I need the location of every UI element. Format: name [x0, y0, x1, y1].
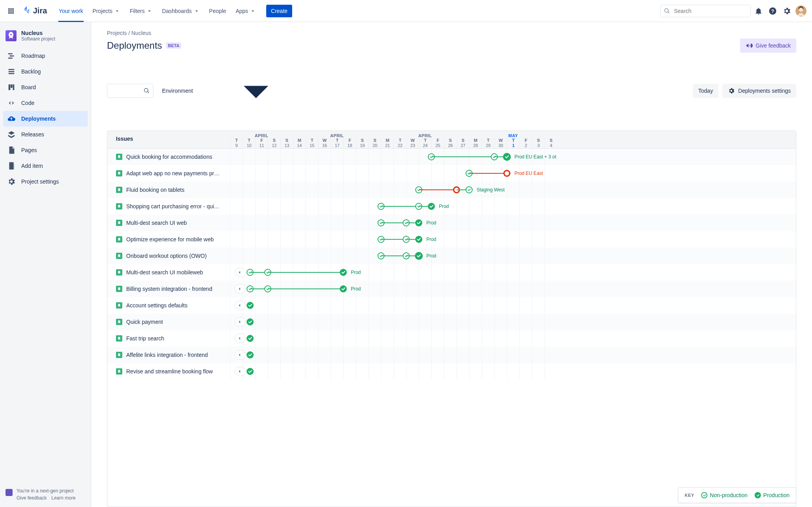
sidebar-item-add-item[interactable]: Add item	[3, 158, 88, 174]
deployment-lane[interactable]	[230, 330, 796, 347]
day-cell: W23	[406, 138, 419, 148]
earlier-deployments-chip[interactable]	[235, 350, 246, 360]
deploy-icon	[7, 114, 16, 123]
today-button[interactable]: Today	[693, 84, 718, 98]
breadcrumb-project[interactable]: Nucleus	[131, 30, 151, 36]
issue-row: Quick payment	[107, 314, 796, 330]
deployment-node[interactable]	[503, 170, 510, 177]
story-icon	[116, 302, 122, 309]
day-cell: W30	[494, 138, 507, 148]
deployment-lane[interactable]	[230, 347, 796, 363]
deployment-node[interactable]	[340, 285, 347, 292]
nav-your-work[interactable]: Your work	[55, 0, 87, 22]
deployment-node[interactable]	[247, 368, 254, 375]
earlier-deployments-chip[interactable]	[235, 334, 246, 343]
earlier-deployments-chip[interactable]	[235, 284, 246, 294]
sidebar-item-code[interactable]: Code	[3, 95, 88, 111]
deployment-lane[interactable]	[230, 314, 796, 330]
issue-cell[interactable]: Revise and streamline booking flow	[107, 363, 230, 380]
issue-cell[interactable]: Onboard workout options (OWO)	[107, 248, 230, 264]
deployment-node[interactable]	[247, 302, 254, 309]
sidebar-item-backlog[interactable]: Backlog	[3, 64, 88, 79]
legend: KEY Non-production Production	[678, 487, 796, 503]
nav-projects[interactable]: Projects	[88, 0, 124, 22]
global-search[interactable]	[660, 5, 751, 17]
environment-dropdown[interactable]: Environment	[159, 59, 318, 123]
sidebar-item-label: Code	[21, 100, 34, 106]
issue-cell[interactable]: Optimize experience for mobile web	[107, 231, 230, 248]
deployment-node[interactable]	[247, 318, 254, 325]
nav-filters[interactable]: Filters	[126, 0, 157, 22]
create-button[interactable]: Create	[266, 5, 292, 17]
earlier-deployments-chip[interactable]	[235, 317, 246, 327]
deployment-lane[interactable]: Prod	[230, 264, 796, 281]
deployment-lane[interactable]: Prod	[230, 198, 796, 215]
issue-cell[interactable]: Quick payment	[107, 314, 230, 330]
deployment-node[interactable]	[340, 269, 347, 276]
issue-title: Optimize experience for mobile web	[126, 236, 214, 242]
svg-rect-5	[506, 172, 507, 174]
deployment-node[interactable]	[466, 186, 473, 193]
help-icon[interactable]	[766, 5, 779, 17]
global-search-input[interactable]	[673, 7, 747, 15]
project-name: Nucleus	[21, 30, 55, 36]
project-header[interactable]: Nucleus Software project	[0, 22, 91, 46]
sidebar-item-deployments[interactable]: Deployments	[3, 111, 88, 127]
breadcrumb-root[interactable]: Projects	[107, 30, 127, 36]
deployment-lane[interactable]	[230, 297, 796, 314]
sidebar-item-pages[interactable]: Pages	[3, 142, 88, 158]
avatar[interactable]	[795, 5, 807, 17]
nav-dashboards[interactable]: Dashboards	[158, 0, 204, 22]
notifications-icon[interactable]	[752, 5, 765, 17]
day-cell: S3	[532, 138, 545, 148]
issue-cell[interactable]: Fluid booking on tablets	[107, 182, 230, 198]
sidebar-item-roadmap[interactable]: Roadmap	[3, 48, 88, 64]
issue-cell[interactable]: Adapt web app no new payments provider	[107, 165, 230, 182]
deployment-lane[interactable]: Staging West	[230, 182, 796, 198]
deployments-search-input[interactable]	[110, 87, 144, 94]
day-cell: T10	[243, 138, 255, 148]
issue-cell[interactable]: Multi-dest search UI mobileweb	[107, 264, 230, 281]
brand[interactable]: Jira	[19, 6, 50, 16]
deployment-lane[interactable]: Prod EU East + 3 ot	[230, 149, 796, 165]
sidebar-item-releases[interactable]: Releases	[3, 127, 88, 142]
deployment-node[interactable]	[247, 351, 254, 358]
deployments-search[interactable]	[107, 84, 153, 98]
deployment-node[interactable]	[247, 335, 254, 342]
issue-cell[interactable]: Fast trip search	[107, 330, 230, 347]
day-cell: S13	[280, 138, 293, 148]
deployment-lane[interactable]: Prod	[230, 248, 796, 264]
deployment-lane[interactable]: Prod	[230, 231, 796, 248]
deployment-node[interactable]	[415, 236, 422, 243]
give-feedback-button[interactable]: Give feedback	[740, 39, 797, 53]
issue-cell[interactable]: Multi-dest search UI web	[107, 215, 230, 231]
nav-apps[interactable]: Apps	[232, 0, 260, 22]
issue-row: Revise and streamline booking flow	[107, 363, 796, 380]
deployment-node[interactable]	[503, 153, 511, 161]
deployment-node[interactable]	[415, 252, 423, 260]
issue-cell[interactable]: Shopping cart purchasing error - quick f…	[107, 198, 230, 215]
earlier-deployments-chip[interactable]	[235, 301, 246, 310]
brand-wordmark: Jira	[33, 6, 47, 15]
issue-cell[interactable]: Affelite links integration - frontend	[107, 347, 230, 363]
sidebar-item-project-settings[interactable]: Project settings	[3, 174, 88, 189]
issue-cell[interactable]: Quick booking for accommodations	[107, 149, 230, 165]
deployment-lane[interactable]	[230, 363, 796, 380]
footer-learn-link[interactable]: Learn more	[52, 495, 75, 501]
settings-icon[interactable]	[781, 5, 793, 17]
deployment-lane[interactable]: Prod	[230, 215, 796, 231]
sidebar-item-board[interactable]: Board	[3, 79, 88, 95]
issue-cell[interactable]: Billing system integration - frontend	[107, 281, 230, 297]
deployment-node[interactable]	[428, 203, 435, 210]
deployments-settings-button[interactable]: Deployments settings	[722, 84, 796, 98]
app-switcher-icon[interactable]	[5, 5, 17, 17]
footer-feedback-link[interactable]: Give feedback	[17, 495, 47, 501]
deployment-lane[interactable]: Prod	[230, 281, 796, 297]
earlier-deployments-chip[interactable]	[235, 367, 246, 376]
deployment-node[interactable]	[415, 219, 422, 226]
issue-title: Affelite links integration - frontend	[126, 352, 208, 358]
deployment-lane[interactable]: Prod EU East	[230, 165, 796, 182]
issue-cell[interactable]: Account settings defaults	[107, 297, 230, 314]
nav-people[interactable]: People	[205, 0, 230, 22]
earlier-deployments-chip[interactable]	[235, 268, 246, 277]
